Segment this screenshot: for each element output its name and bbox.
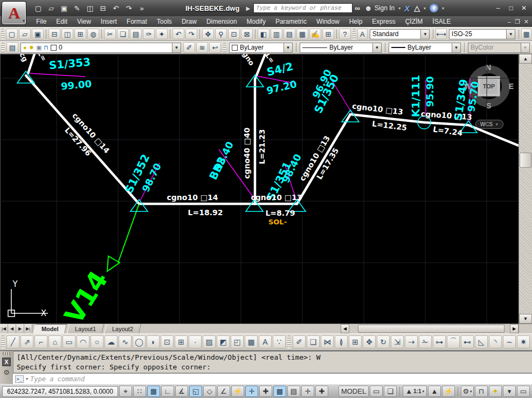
paste-button[interactable]: ▤ (130, 29, 142, 39)
mirror-button[interactable]: ⋈ (321, 335, 334, 348)
publish-button[interactable]: ⊞ (74, 29, 86, 39)
communication-center-icon[interactable]: △ (414, 4, 420, 12)
sheet-set-manager-button[interactable]: ▦ (296, 29, 308, 39)
toolbar-grip[interactable] (287, 335, 291, 348)
make-object-layer-current-button[interactable]: ✐ (183, 42, 195, 53)
construction-line-button[interactable]: ⇗ (20, 335, 33, 348)
print-button[interactable]: ⊟ (97, 2, 109, 14)
copy-button[interactable]: ❏ (307, 335, 320, 348)
horizontal-scrollbar[interactable]: ◀ ▶ (341, 324, 519, 333)
more-commands-button[interactable]: » (136, 2, 148, 14)
workspace-switching-button[interactable]: ⚙▾ (461, 386, 474, 397)
polar-tracking-button[interactable]: ∡ (175, 386, 188, 397)
menu-tools[interactable]: Tools (152, 18, 177, 25)
command-input[interactable]: Type a command (30, 375, 85, 383)
menu-draw[interactable]: Draw (177, 18, 202, 25)
menu-help[interactable]: Help (344, 18, 368, 25)
toolbar-grip[interactable] (1, 43, 5, 52)
dim-style-button[interactable]: ⟷ (436, 29, 447, 39)
blend-curves-button[interactable]: ∼ (503, 335, 516, 348)
polyline-button[interactable]: ⌐ (34, 335, 47, 348)
table-style-button[interactable]: ▦ (521, 29, 531, 39)
dynamic-input-button[interactable]: ⚡ (231, 386, 244, 397)
copy-clip-button[interactable]: ❏ (117, 29, 129, 39)
revision-cloud-button[interactable]: ☁ (105, 335, 118, 348)
undo-button[interactable]: ↶ (172, 29, 184, 39)
lineweight-combo[interactable]: ByLayer ▼ (389, 43, 461, 53)
layer-combo[interactable]: ● ✹ ▣ ⊓ 0 ▼ (20, 43, 181, 53)
ortho-button[interactable]: ∟ (161, 386, 174, 397)
vertical-scrollbar[interactable]: ▲ ▼ (519, 54, 532, 324)
command-prompt-caret-icon[interactable]: ▾ (26, 376, 28, 381)
menu-file[interactable]: File (31, 18, 51, 25)
polygon-button[interactable]: ⌂ (49, 335, 61, 348)
tab-layout1[interactable]: Layout1 (67, 324, 104, 333)
circle-button[interactable]: ○ (91, 335, 103, 348)
tab-nav-0[interactable]: |◀ (0, 324, 8, 333)
line-button[interactable]: ╱ (6, 335, 19, 348)
ellipse-arc-button[interactable]: ◗ (147, 335, 160, 348)
model-space-toggle-button[interactable]: MODEL (338, 386, 369, 397)
plot-preview-button[interactable]: ◫ (61, 29, 73, 39)
toolbar-grip[interactable] (1, 335, 5, 348)
move-button[interactable]: ✥ (363, 335, 376, 348)
vertical-scroll-track[interactable] (519, 64, 532, 314)
menu-çi̇zi̇m[interactable]: ÇİZİM (400, 18, 428, 25)
menu-parametric[interactable]: Parametric (271, 18, 312, 25)
help-caret-icon[interactable]: ▾ (442, 6, 444, 11)
annotation-visibility-button[interactable]: ▲ (428, 386, 441, 397)
scroll-up-button[interactable]: ▲ (519, 54, 532, 64)
object-snap-tracking-button[interactable]: ∠ (217, 386, 230, 397)
command-wrench-icon[interactable]: ⚙ (3, 368, 10, 376)
communication-caret-icon[interactable]: ▾ (424, 6, 426, 11)
grid-dots-button[interactable]: ∷ (133, 386, 146, 397)
array-button[interactable]: ⊞ (349, 335, 362, 348)
standards-button[interactable]: ✦ (156, 29, 168, 39)
menu-window[interactable]: Window (312, 18, 344, 25)
doc-close-button[interactable]: ✕ (524, 18, 529, 25)
menu-edit[interactable]: Edit (51, 18, 72, 25)
layer-vp-freeze-icon[interactable]: ▣ (36, 44, 42, 51)
text-style-combo[interactable]: Standard ▼ (370, 29, 430, 39)
3d-object-snap-button[interactable]: ◇ (203, 386, 216, 397)
layer-states-button[interactable]: ≋ (196, 42, 208, 53)
multiline-text-button[interactable]: A (259, 335, 272, 348)
gradient-button[interactable]: ◩ (217, 335, 230, 348)
close-button[interactable]: ✕ (520, 4, 528, 12)
layer-lock-icon[interactable]: ⊓ (44, 44, 49, 51)
horizontal-scroll-track[interactable] (349, 324, 510, 333)
zoom-realtime-button[interactable]: ⚲ (215, 29, 227, 39)
scroll-down-button[interactable]: ▼ (519, 314, 532, 324)
menu-dimension[interactable]: Dimension (202, 18, 242, 25)
object-color-combo[interactable]: ByLayer ▼ (229, 43, 293, 53)
point-button[interactable]: · (189, 335, 202, 348)
transparency-button[interactable]: ✚ (259, 386, 272, 397)
plot-button[interactable]: ⊟ (49, 29, 60, 39)
tab-nav-3[interactable]: ▶| (24, 324, 32, 333)
menu-modify[interactable]: Modify (242, 18, 271, 25)
tab-nav-1[interactable]: ◀ (8, 324, 16, 333)
save-button[interactable]: ▣ (32, 29, 44, 39)
combo-dropdown-icon[interactable]: ▼ (284, 43, 292, 52)
app-menu-button[interactable]: A ▾ (2, 1, 26, 25)
command-input-row[interactable]: >_ ▾ Type a command (13, 373, 532, 384)
text-style-button[interactable]: A (357, 29, 368, 39)
scroll-right-button[interactable]: ▶ (510, 324, 519, 333)
clean-screen-button[interactable]: ▭ (517, 386, 530, 397)
menu-insert[interactable]: Insert (96, 18, 122, 25)
annotation-scale-button[interactable]: ▲1:1▾ (403, 386, 427, 397)
inferred-constraints-button[interactable]: ✚ (315, 386, 328, 397)
command-grip[interactable] (3, 352, 10, 355)
match-properties-button[interactable]: ✑ (143, 29, 155, 39)
maximize-button[interactable]: □ (507, 4, 515, 12)
menu-i̇sale[interactable]: İSALE (427, 18, 455, 25)
doc-minimize-button[interactable]: – (508, 18, 511, 25)
save-as-button[interactable]: ✎ (71, 2, 83, 14)
quick-properties-button[interactable]: ▩ (273, 386, 286, 397)
combo-dropdown-icon[interactable]: ▼ (506, 30, 515, 39)
erase-button[interactable]: ✐ (293, 335, 306, 348)
qnew-button[interactable]: ▢ (32, 2, 44, 14)
combo-dropdown-icon[interactable]: ▼ (420, 30, 429, 39)
annotation-autoscale-button[interactable]: ⚡ (442, 386, 455, 397)
drawing-canvas[interactable]: N E S W TOP WCS ▼ XYS1/35399.00S4/297.20… (0, 54, 519, 324)
